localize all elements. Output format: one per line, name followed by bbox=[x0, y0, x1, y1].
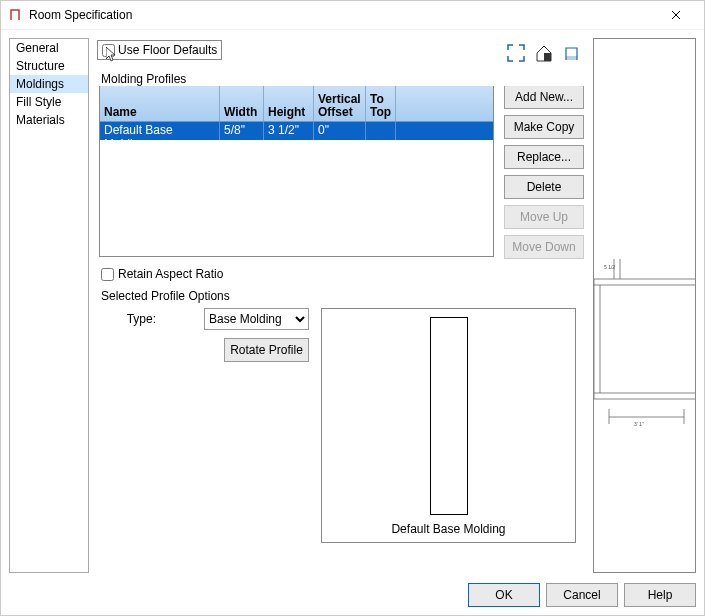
profile-buttons: Add New... Make Copy Replace... Delete M… bbox=[504, 85, 584, 259]
sidebar-item-fill-style[interactable]: Fill Style bbox=[10, 93, 88, 111]
selected-profile-area: Type: Base Molding Rotate Profile Defaul… bbox=[99, 308, 585, 543]
ok-button[interactable]: OK bbox=[468, 583, 540, 607]
retain-aspect-checkbox[interactable] bbox=[101, 268, 114, 281]
svg-text:5 1/2: 5 1/2 bbox=[604, 264, 615, 270]
rotate-profile-button[interactable]: Rotate Profile bbox=[224, 338, 309, 362]
profile-preview-label: Default Base Molding bbox=[391, 522, 505, 536]
profiles-area: Name Width Height Vertical Offset To Top bbox=[99, 85, 585, 259]
col-name[interactable]: Name bbox=[100, 86, 220, 121]
add-new-button[interactable]: Add New... bbox=[504, 85, 584, 109]
use-floor-defaults-checkbox[interactable] bbox=[102, 44, 115, 57]
move-up-button: Move Up bbox=[504, 205, 584, 229]
fullscreen-icon[interactable] bbox=[505, 42, 527, 64]
move-down-button: Move Down bbox=[504, 235, 584, 259]
cancel-button[interactable]: Cancel bbox=[546, 583, 618, 607]
sidebar-item-materials[interactable]: Materials bbox=[10, 111, 88, 129]
delete-button[interactable]: Delete bbox=[504, 175, 584, 199]
svg-text:3' 1": 3' 1" bbox=[634, 421, 644, 427]
cell-name: Default Base Molding bbox=[100, 122, 220, 140]
top-controls: Use Floor Defaults bbox=[95, 38, 585, 64]
titlebar: Room Specification bbox=[1, 1, 704, 30]
color-icon[interactable] bbox=[561, 42, 583, 64]
type-row: Type: Base Molding bbox=[127, 308, 309, 330]
dialog-body: General Structure Moldings Fill Style Ma… bbox=[1, 30, 704, 581]
room-plan-drawing: 10' 7 1/2" 3' 1" 5 1/2 bbox=[593, 259, 696, 559]
home-icon[interactable] bbox=[533, 42, 555, 64]
svg-rect-0 bbox=[544, 53, 551, 61]
sidebar-item-general[interactable]: General bbox=[10, 39, 88, 57]
molding-profiles-label: Molding Profiles bbox=[99, 72, 589, 86]
cell-totop bbox=[366, 122, 396, 140]
type-label: Type: bbox=[127, 312, 156, 326]
retain-aspect-label: Retain Aspect Ratio bbox=[118, 267, 223, 281]
selected-profile-label: Selected Profile Options bbox=[99, 289, 589, 303]
col-height[interactable]: Height bbox=[264, 86, 314, 121]
col-vertical-offset[interactable]: Vertical Offset bbox=[314, 86, 366, 121]
view-tool-icons bbox=[505, 38, 585, 64]
use-floor-defaults-checkbox-wrap[interactable]: Use Floor Defaults bbox=[97, 40, 222, 60]
type-select[interactable]: Base Molding bbox=[204, 308, 309, 330]
app-icon bbox=[9, 8, 23, 22]
profile-preview: Default Base Molding bbox=[321, 308, 576, 543]
table-header: Name Width Height Vertical Offset To Top bbox=[100, 86, 493, 122]
dialog-window: Room Specification General Structure Mol… bbox=[0, 0, 705, 616]
cell-voff: 0" bbox=[314, 122, 366, 140]
molding-table[interactable]: Name Width Height Vertical Offset To Top bbox=[99, 85, 494, 257]
col-width[interactable]: Width bbox=[220, 86, 264, 121]
retain-aspect-checkbox-wrap[interactable]: Retain Aspect Ratio bbox=[101, 267, 585, 281]
profile-shape bbox=[430, 317, 468, 515]
main-panel: Use Floor Defaults bbox=[95, 38, 585, 573]
cell-height: 3 1/2" bbox=[264, 122, 314, 140]
make-copy-button[interactable]: Make Copy bbox=[504, 115, 584, 139]
col-to-top[interactable]: To Top bbox=[366, 86, 396, 121]
help-button[interactable]: Help bbox=[624, 583, 696, 607]
cell-width: 5/8" bbox=[220, 122, 264, 140]
svg-rect-1 bbox=[566, 56, 577, 60]
use-floor-defaults-label: Use Floor Defaults bbox=[118, 43, 217, 57]
bottom-button-bar: OK Cancel Help bbox=[1, 581, 704, 615]
table-row[interactable]: Default Base Molding 5/8" 3 1/2" 0" bbox=[100, 122, 493, 140]
category-sidebar: General Structure Moldings Fill Style Ma… bbox=[9, 38, 89, 573]
room-preview-panel[interactable]: 10' 7 1/2" 3' 1" 5 1/2 bbox=[593, 38, 696, 573]
replace-button[interactable]: Replace... bbox=[504, 145, 584, 169]
sidebar-item-structure[interactable]: Structure bbox=[10, 57, 88, 75]
sidebar-item-moldings[interactable]: Moldings bbox=[10, 75, 88, 93]
profile-options-left: Type: Base Molding Rotate Profile bbox=[99, 308, 309, 543]
close-button[interactable] bbox=[656, 1, 696, 29]
dialog-title: Room Specification bbox=[29, 8, 656, 22]
